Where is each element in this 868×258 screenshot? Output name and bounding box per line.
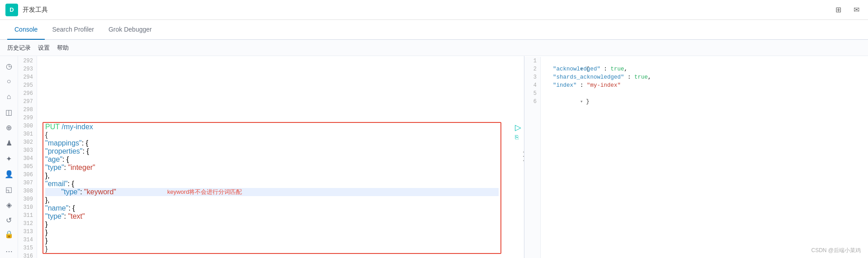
code-editor[interactable]: 292 293 294 295 296 297 298 299 300 301 … [18,56,524,258]
output-line-2: "acknowledged" : true, [546,65,868,73]
code-line-305: "type": "integer" [45,164,499,172]
code-line-310: "name": { [45,204,499,212]
sidebar-icon-alert[interactable]: ⊕ [2,122,16,134]
request-block: ▷ ⎘ PUT /my-index { "mappings": { "prope… [42,122,501,254]
sidebar-icon-time[interactable]: ◷ [2,60,16,72]
code-line-311: "type": "text" [45,212,499,220]
toolbar: 历史记录 设置 帮助 [0,40,868,56]
code-line-304: "age": { [45,155,499,164]
run-button[interactable]: ▷ [515,123,521,131]
sidebar-icon-home[interactable]: ⌂ [2,90,16,103]
sidebar-icon-shield[interactable]: ◈ [2,198,16,211]
code-line-295 [42,81,524,89]
help-button[interactable]: 帮助 [57,44,69,52]
code-line-300: PUT /my-index [45,123,499,131]
logo-letter: D [9,6,14,13]
code-line-298 [42,106,524,114]
settings-button[interactable]: 设置 [38,44,50,52]
output-line-3: "shards_acknowledged" : true, [546,73,868,81]
sidebar-icon-search[interactable]: ○ [2,75,16,88]
code-line-293 [42,65,524,73]
output-line-5: ▾ } [546,89,868,98]
http-method: PUT [45,123,60,131]
output-line-4: "index" : "my-index" [546,81,868,89]
sidebar-icon-gear[interactable]: ✦ [2,152,16,165]
sidebar-icon-user[interactable]: ♟ [2,137,16,150]
sidebar-icon-canvas[interactable]: ◫ [2,106,16,118]
tab-search-profiler[interactable]: Search Profiler [45,20,101,40]
code-line-315: } [45,245,499,253]
output-text: ▾ { "acknowledged" : true, "shards_ackno… [541,57,868,258]
sidebar-icon-lock[interactable]: 🔒 [2,230,16,243]
code-line-297 [42,98,524,106]
sidebar-icon-stack[interactable]: ◱ [2,183,16,196]
watermark: CSDN @后端小菜鸡 [811,247,861,254]
output-line-1: ▾ { [546,57,868,65]
top-bar: D 开发工具 ⊞ ✉ [0,0,868,20]
output-line-numbers: 1 2 3 4 5 6 [524,57,541,258]
code-line-292 [42,57,524,65]
output-panel: 1 2 3 4 5 6 ▾ { "acknowledged" : true, "… [524,56,868,258]
code-line-302: "mappings": { [45,139,499,147]
url-path: /my-index [60,123,93,131]
code-line-294 [42,73,524,81]
output-line-6 [546,98,868,106]
copy-button[interactable]: ⎘ [515,133,521,141]
tab-console[interactable]: Console [7,20,45,40]
action-buttons: ▷ ⎘ [515,123,521,141]
sidebar: ◷ ○ ⌂ ◫ ⊕ ♟ ✦ 👤 ◱ ◈ ↺ 🔒 ⋯ [0,56,18,258]
code-line-314: } [45,237,499,245]
code-line-296 [42,89,524,98]
code-line-312: } [45,220,499,229]
extensions-icon[interactable]: ⊞ [832,4,844,16]
code-line-307: "email": { [45,180,499,188]
mail-icon[interactable]: ✉ [850,4,863,16]
main-content: ◷ ○ ⌂ ◫ ⊕ ♟ ✦ 👤 ◱ ◈ ↺ 🔒 ⋯ 292 293 294 29… [0,56,868,258]
tab-bar: Console Search Profiler Grok Debugger [0,20,868,40]
code-line-308: "type": "keyword" keyword将不会进行分词匹配 [45,188,499,196]
code-line-299 [42,114,524,122]
code-line-313: } [45,229,499,237]
tab-grok-debugger[interactable]: Grok Debugger [101,20,159,40]
annotation-text: keyword将不会进行分词匹配 [167,188,242,196]
code-line-301: { [45,131,499,139]
history-button[interactable]: 历史记录 [7,44,31,52]
code-line-316 [42,254,524,258]
app-title: 开发工具 [23,6,48,14]
code-line-303: "properties": { [45,147,499,155]
editor-panel: 292 293 294 295 296 297 298 299 300 301 … [18,56,524,258]
output-code-area: 1 2 3 4 5 6 ▾ { "acknowledged" : true, "… [524,56,868,258]
code-line-306: }, [45,172,499,180]
sidebar-icon-more[interactable]: ⋯ [2,245,16,258]
sidebar-icon-person[interactable]: 👤 [2,168,16,180]
line-numbers: 292 293 294 295 296 297 298 299 300 301 … [18,56,37,258]
app-logo: D [5,4,18,16]
code-line-309: }, [45,196,499,204]
sidebar-icon-refresh[interactable]: ↺ [2,214,16,227]
code-text: ▷ ⎘ PUT /my-index { "mappings": { "prope… [37,56,524,258]
